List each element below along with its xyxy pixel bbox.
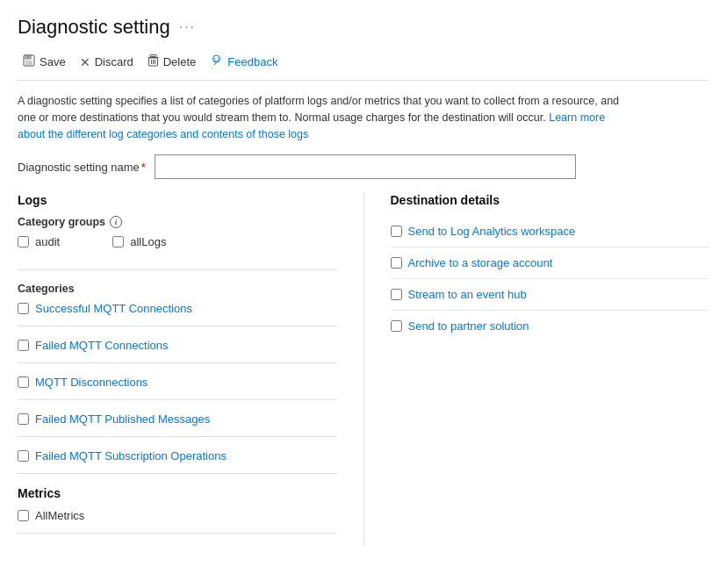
event-hub-checkbox[interactable]: [391, 289, 402, 300]
successful-mqtt-checkbox[interactable]: [18, 303, 29, 314]
failed-mqtt-subscription-checkbox[interactable]: [18, 450, 29, 462]
partner-solution-label: Send to partner solution: [408, 319, 529, 333]
metrics-section-title: Metrics: [18, 486, 337, 500]
category-failed-mqtt-subscription: Failed MQTT Subscription Operations: [18, 449, 337, 463]
dest-storage-account: Archive to a storage account: [391, 247, 710, 279]
audit-label: audit: [35, 235, 60, 248]
failed-mqtt-label: Failed MQTT Connections: [35, 339, 169, 352]
audit-checkbox[interactable]: [18, 236, 29, 247]
page-title: Diagnostic setting: [18, 16, 170, 39]
failed-mqtt-checkbox[interactable]: [18, 340, 29, 351]
dest-event-hub: Stream to an event hub: [391, 279, 710, 311]
divider-categories: [18, 269, 337, 270]
metric-allmetrics: AllMetrics: [18, 509, 337, 522]
failed-mqtt-subscription-label: Failed MQTT Subscription Operations: [35, 449, 227, 463]
svg-line-13: [214, 62, 217, 65]
main-content: Logs Category groups i audit allLogs Cat…: [18, 193, 709, 546]
category-failed-mqtt-published: Failed MQTT Published Messages: [18, 412, 337, 426]
category-group-alllogs: allLogs: [112, 235, 166, 248]
discard-button[interactable]: ✕ Discard: [75, 52, 142, 73]
div1: [18, 326, 337, 326]
required-marker: *: [141, 161, 146, 174]
toolbar: Save ✕ Discard Delete: [18, 51, 709, 81]
delete-button[interactable]: Delete: [142, 51, 205, 73]
failed-mqtt-published-checkbox[interactable]: [18, 413, 29, 425]
setting-name-label: Diagnostic setting name*: [18, 161, 146, 174]
mqtt-disconnections-checkbox[interactable]: [18, 376, 29, 388]
successful-mqtt-label: Successful MQTT Connections: [35, 302, 192, 315]
failed-mqtt-published-label: Failed MQTT Published Messages: [35, 412, 210, 426]
categories-subtitle: Categories: [18, 283, 337, 295]
dest-log-analytics: Send to Log Analytics workspace: [391, 216, 710, 247]
setting-name-input[interactable]: [155, 154, 576, 179]
feedback-icon: [210, 54, 223, 69]
destination-column: Destination details Send to Log Analytic…: [364, 193, 710, 546]
category-successful-mqtt: Successful MQTT Connections: [18, 302, 337, 315]
logs-section-title: Logs: [18, 193, 337, 207]
svg-point-11: [214, 58, 216, 60]
ellipsis-menu[interactable]: ···: [179, 19, 196, 35]
storage-account-checkbox[interactable]: [391, 257, 402, 269]
svg-rect-3: [27, 56, 29, 59]
category-failed-mqtt: Failed MQTT Connections: [18, 339, 337, 352]
svg-point-12: [218, 58, 220, 60]
logs-metrics-column: Logs Category groups i audit allLogs Cat…: [18, 193, 364, 546]
category-mqtt-disconnections: MQTT Disconnections: [18, 376, 337, 389]
svg-rect-2: [25, 61, 32, 65]
dest-partner-solution: Send to partner solution: [391, 311, 710, 341]
div6: [18, 533, 337, 534]
log-analytics-label: Send to Log Analytics workspace: [408, 225, 576, 238]
div5: [18, 473, 337, 474]
storage-account-label: Archive to a storage account: [408, 256, 553, 269]
setting-name-row: Diagnostic setting name*: [18, 154, 709, 179]
category-groups-row: audit allLogs: [18, 235, 337, 259]
allmetrics-label: AllMetrics: [35, 509, 84, 522]
log-analytics-checkbox[interactable]: [391, 226, 402, 237]
allmetrics-checkbox[interactable]: [18, 510, 29, 521]
div4: [18, 436, 337, 437]
save-button[interactable]: Save: [18, 51, 75, 73]
discard-icon: ✕: [80, 55, 90, 69]
category-groups-subtitle: Category groups i: [18, 216, 337, 228]
description-text: A diagnostic setting specifies a list of…: [18, 93, 623, 142]
category-groups-info-icon[interactable]: i: [110, 216, 122, 228]
event-hub-label: Stream to an event hub: [408, 288, 527, 301]
category-group-audit: audit: [18, 235, 60, 248]
delete-icon: [148, 54, 159, 69]
alllogs-checkbox[interactable]: [112, 236, 124, 247]
alllogs-label: allLogs: [130, 235, 166, 248]
div3: [18, 399, 337, 400]
mqtt-disconnections-label: MQTT Disconnections: [35, 376, 148, 389]
feedback-button[interactable]: Feedback: [205, 51, 286, 73]
save-icon: [23, 54, 35, 69]
destination-section-title: Destination details: [391, 193, 710, 207]
div2: [18, 362, 337, 363]
svg-rect-5: [150, 55, 156, 57]
partner-solution-checkbox[interactable]: [391, 320, 402, 332]
